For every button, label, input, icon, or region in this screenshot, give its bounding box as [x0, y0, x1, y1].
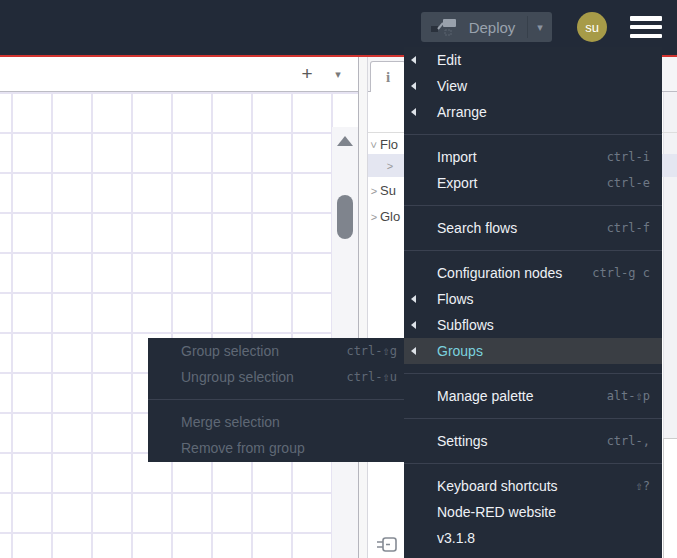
menu-item-group-selection[interactable]: Group selection ctrl-⇧g [148, 338, 407, 364]
add-flow-button[interactable]: + [294, 57, 320, 91]
menu-item-arrange[interactable]: Arrange [404, 99, 662, 125]
menu-icon [630, 25, 662, 30]
menu-item-remove-from-group[interactable]: Remove from group [148, 435, 407, 461]
menu-item-flows[interactable]: Flows [404, 286, 662, 312]
menu-item-search-flows[interactable]: Search flows ctrl-f [404, 215, 662, 241]
deploy-caret-icon[interactable]: ▾ [528, 21, 552, 34]
menu-icon [630, 34, 662, 39]
deploy-label: Deploy [457, 19, 527, 36]
menu-item-subflows[interactable]: Subflows [404, 312, 662, 338]
menu-item-keyboard-shortcuts[interactable]: Keyboard shortcuts ⇧? [404, 473, 662, 499]
info-icon: i [386, 69, 390, 86]
menu-separator [404, 373, 662, 374]
submenu-arrow-icon [411, 295, 416, 303]
menu-item-edit[interactable]: Edit [404, 47, 662, 73]
flow-tab-bar: + ▾ [0, 57, 358, 92]
outline-label: Flo [380, 137, 398, 152]
menu-item-export[interactable]: Export ctrl-e [404, 170, 662, 196]
menu-item-groups[interactable]: Groups [404, 338, 662, 364]
tab-info[interactable]: i [370, 61, 406, 92]
scrollbar-thumb[interactable] [337, 195, 353, 239]
menu-item-configuration-nodes[interactable]: Configuration nodes ctrl-g c [404, 260, 662, 286]
menu-separator [148, 399, 407, 400]
menu-separator [404, 250, 662, 251]
deploy-icon [431, 18, 457, 36]
chevron-right-icon[interactable]: > [384, 160, 396, 172]
menu-separator [404, 205, 662, 206]
submenu-arrow-icon [411, 56, 416, 64]
workspace-canvas[interactable] [0, 92, 358, 558]
sidebar-splitter[interactable] [358, 57, 368, 558]
menu-separator [404, 463, 662, 464]
groups-submenu: Group selection ctrl-⇧g Ungroup selectio… [148, 338, 407, 462]
sidebar-lower-panel [663, 438, 677, 558]
menu-icon [630, 16, 662, 21]
menu-item-import[interactable]: Import ctrl-i [404, 144, 662, 170]
flow-list-caret-icon[interactable]: ▾ [326, 57, 350, 91]
scroll-up-icon[interactable] [337, 136, 353, 146]
submenu-arrow-icon [411, 321, 416, 329]
submenu-arrow-icon [411, 108, 416, 116]
menu-item-nodered-website[interactable]: Node-RED website [404, 499, 662, 525]
menu-separator [404, 134, 662, 135]
outline-label: Su [380, 183, 396, 198]
chevron-right-icon[interactable]: > [368, 185, 380, 197]
submenu-arrow-icon [411, 82, 416, 90]
menu-separator [404, 418, 662, 419]
menu-item-ungroup-selection[interactable]: Ungroup selection ctrl-⇧u [148, 364, 407, 390]
flow-editor: + ▾ [0, 57, 358, 558]
menu-item-version[interactable]: v3.1.8 [404, 525, 662, 551]
outline-label: Glo [380, 209, 400, 224]
menu-item-manage-palette[interactable]: Manage palette alt-⇧p [404, 383, 662, 409]
submenu-arrow-icon [411, 347, 416, 355]
deploy-button[interactable]: Deploy ▾ [421, 12, 552, 42]
chevron-down-icon[interactable]: > [368, 139, 380, 151]
user-avatar[interactable]: su [577, 12, 607, 42]
menu-item-settings[interactable]: Settings ctrl-, [404, 428, 662, 454]
menu-item-merge-selection[interactable]: Merge selection [148, 409, 407, 435]
main-menu-button[interactable] [630, 16, 662, 38]
menu-item-view[interactable]: View [404, 73, 662, 99]
main-menu: Edit View Arrange Import ctrl-i Export c… [404, 47, 662, 558]
node-layout-icon[interactable] [376, 536, 398, 554]
chevron-right-icon[interactable]: > [368, 211, 380, 223]
